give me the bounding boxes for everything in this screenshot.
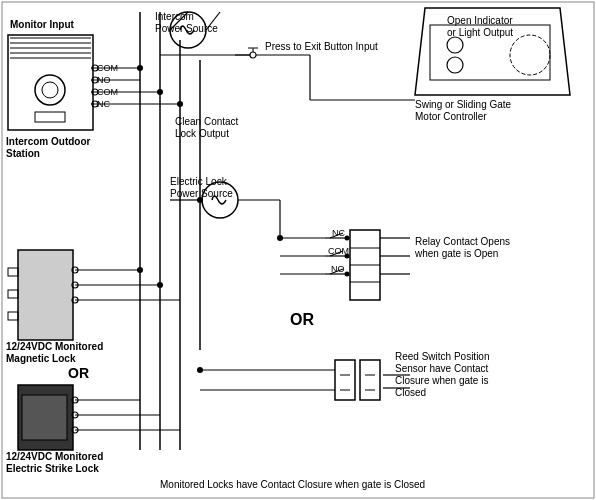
svg-text:Intercom: Intercom	[155, 11, 194, 22]
svg-text:Power Source: Power Source	[155, 23, 218, 34]
svg-text:Reed Switch Position: Reed Switch Position	[395, 351, 490, 362]
svg-text:Electric Lock: Electric Lock	[170, 176, 228, 187]
svg-text:or Light Output: or Light Output	[447, 27, 513, 38]
svg-point-99	[137, 65, 143, 71]
svg-text:when gate is Open: when gate is Open	[414, 248, 498, 259]
svg-text:Closed: Closed	[395, 387, 426, 398]
svg-text:Motor Controller: Motor Controller	[415, 111, 487, 122]
svg-text:12/24VDC Monitored: 12/24VDC Monitored	[6, 341, 103, 352]
svg-text:Station: Station	[6, 148, 40, 159]
svg-rect-54	[18, 250, 73, 340]
wiring-diagram: COM NO COM NC	[0, 0, 596, 500]
svg-text:Lock Output: Lock Output	[175, 128, 229, 139]
svg-text:Monitored Locks have Contact C: Monitored Locks have Contact Closure whe…	[160, 479, 425, 490]
svg-point-105	[157, 282, 163, 288]
svg-text:OR: OR	[290, 311, 314, 328]
svg-point-106	[197, 367, 203, 373]
svg-point-100	[157, 89, 163, 95]
svg-text:NO: NO	[331, 264, 345, 274]
svg-text:Electric Strike Lock: Electric Strike Lock	[6, 463, 99, 474]
svg-text:NC: NC	[332, 228, 345, 238]
svg-point-101	[177, 101, 183, 107]
svg-point-104	[137, 267, 143, 273]
svg-point-103	[277, 235, 283, 241]
svg-text:Open Indicator: Open Indicator	[447, 15, 513, 26]
svg-text:Press to Exit Button Input: Press to Exit Button Input	[265, 41, 378, 52]
svg-text:Intercom Outdoor: Intercom Outdoor	[6, 136, 91, 147]
svg-text:Power Source: Power Source	[170, 188, 233, 199]
svg-text:Monitor Input: Monitor Input	[10, 19, 75, 30]
svg-text:Magnetic Lock: Magnetic Lock	[6, 353, 76, 364]
svg-text:Closure when gate is: Closure when gate is	[395, 375, 488, 386]
svg-text:Sensor have Contact: Sensor have Contact	[395, 363, 489, 374]
svg-text:Swing or Sliding Gate: Swing or Sliding Gate	[415, 99, 512, 110]
svg-text:12/24VDC Monitored: 12/24VDC Monitored	[6, 451, 103, 462]
svg-text:COM: COM	[328, 246, 349, 256]
svg-text:Clean Contact: Clean Contact	[175, 116, 239, 127]
svg-text:OR: OR	[68, 365, 89, 381]
svg-rect-62	[22, 395, 67, 440]
svg-text:Relay Contact Opens: Relay Contact Opens	[415, 236, 510, 247]
